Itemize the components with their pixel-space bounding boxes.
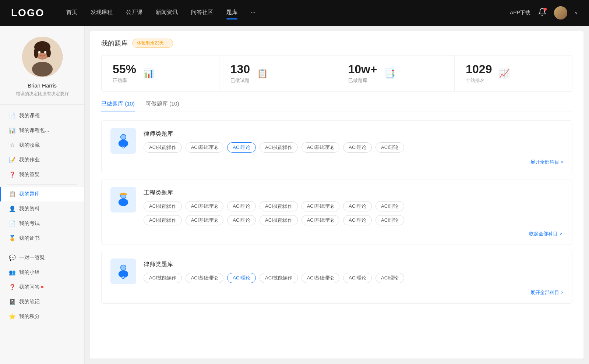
sidebar-menu: 📄 我的课程 📊 我的课程包... ☆ 我的收藏 📝 我的作业 ❓ 我的答疑 📋… xyxy=(0,105,84,328)
profile-motto: 错误的决定比没有决定要好 xyxy=(16,91,69,97)
notification-bell[interactable] xyxy=(538,8,547,18)
nav-link-公开课[interactable]: 公开课 xyxy=(126,9,142,17)
tag[interactable]: ACI理论 xyxy=(343,142,372,153)
bank-title: 律师类题库 xyxy=(144,261,563,268)
tag[interactable]: ACI技能操作 xyxy=(260,273,298,283)
sidebar-item-label: 我的考试 xyxy=(19,220,40,227)
user-avatar[interactable] xyxy=(554,6,567,19)
expand-button[interactable]: 展开全部科目 > xyxy=(110,159,563,165)
bank-info: 律师类题库 ACI技能操作ACI基础理论ACI理论ACI技能操作ACI基础理论A… xyxy=(144,128,563,153)
sidebar-item-我的题库[interactable]: 📋 我的题库 xyxy=(0,187,84,201)
tag[interactable]: ACI技能操作 xyxy=(260,142,298,153)
sidebar-item-label: 我的答疑 xyxy=(19,171,40,178)
tag[interactable]: ACI技能操作 xyxy=(144,273,182,283)
engineer-icon-svg xyxy=(115,192,131,208)
tag[interactable]: ACI基础理论 xyxy=(301,273,340,283)
tag[interactable]: ACI理论 xyxy=(343,215,372,225)
stat-icon: 📈 xyxy=(497,66,512,81)
sidebar-item-我的问答[interactable]: ❓ 我的问答 xyxy=(0,280,84,295)
bank-card-header: 律师类题库 ACI技能操作ACI基础理论ACI理论ACI技能操作ACI基础理论A… xyxy=(110,258,563,284)
svg-rect-16 xyxy=(121,193,126,194)
stats-row: 55% 正确率 📊 130 已做试题 📋 10w+ 已做题库 📑 1029 全站… xyxy=(101,55,572,92)
sidebar-item-一对一答疑[interactable]: 💬 一对一答疑 xyxy=(0,250,84,265)
tag[interactable]: ACI理论 xyxy=(375,215,404,225)
sidebar-icon: 📋 xyxy=(9,191,15,197)
svg-point-1 xyxy=(32,62,53,76)
bank-info: 工程类题库 ACI技能操作ACI基础理论ACI理论ACI技能操作ACI基础理论A… xyxy=(144,187,563,225)
sidebar-item-我的作业[interactable]: 📝 我的作业 xyxy=(0,153,84,167)
sidebar-icon: 👤 xyxy=(9,206,15,212)
bank-card-0: 律师类题库 ACI技能操作ACI基础理论ACI理论ACI技能操作ACI基础理论A… xyxy=(101,120,572,173)
stat-cell-3: 1029 全站排名 📈 xyxy=(455,56,572,91)
tab-已做题库 (10)[interactable]: 已做题库 (10) xyxy=(101,100,135,111)
tag[interactable]: ACI基础理论 xyxy=(186,201,224,211)
tag[interactable]: ACI理论 xyxy=(343,201,372,211)
stat-cell-1: 130 已做试题 📋 xyxy=(219,56,337,91)
tag[interactable]: ACI理论 xyxy=(227,215,256,225)
tag[interactable]: ACI技能操作 xyxy=(260,201,298,211)
sidebar-item-我的笔记[interactable]: 📓 我的笔记 xyxy=(0,295,84,309)
logo: LOGO xyxy=(11,7,44,19)
nav-link-···[interactable]: ··· xyxy=(251,9,255,17)
sidebar-icon: 💬 xyxy=(9,254,15,261)
sidebar-item-我的小组[interactable]: 👥 我的小组 xyxy=(0,265,84,280)
nav-link-首页[interactable]: 首页 xyxy=(66,9,77,17)
stat-icon: 📋 xyxy=(255,66,270,81)
stat-text: 10w+ 已做题库 xyxy=(348,63,377,84)
tag[interactable]: ACI技能操作 xyxy=(144,142,182,153)
unread-dot xyxy=(41,286,43,288)
stat-label: 正确率 xyxy=(113,77,136,84)
tag[interactable]: ACI理论 xyxy=(375,142,404,153)
tag[interactable]: ACI理论 xyxy=(375,273,404,283)
svg-point-4 xyxy=(34,48,38,58)
svg-point-5 xyxy=(46,49,51,57)
sidebar-item-我的答疑[interactable]: ❓ 我的答疑 xyxy=(0,167,84,182)
bank-card-header: 律师类题库 ACI技能操作ACI基础理论ACI理论ACI技能操作ACI基础理论A… xyxy=(110,128,563,154)
bank-card-header: 工程类题库 ACI技能操作ACI基础理论ACI理论ACI技能操作ACI基础理论A… xyxy=(110,187,563,225)
sidebar-item-我的课程包...[interactable]: 📊 我的课程包... xyxy=(0,123,84,138)
tab-可做题库 (10)[interactable]: 可做题库 (10) xyxy=(146,100,179,111)
sidebar-item-我的课程[interactable]: 📄 我的课程 xyxy=(0,108,84,123)
tag[interactable]: ACI基础理论 xyxy=(301,201,340,211)
nav-link-发现课程[interactable]: 发现课程 xyxy=(91,9,113,17)
tag[interactable]: ACI理论 xyxy=(227,142,256,153)
sidebar-item-我的资料[interactable]: 👤 我的资料 xyxy=(0,201,84,216)
bank-card-2: 律师类题库 ACI技能操作ACI基础理论ACI理论ACI技能操作ACI基础理论A… xyxy=(101,251,572,304)
tag[interactable]: ACI基础理论 xyxy=(301,215,340,225)
bank-title: 工程类题库 xyxy=(144,189,563,197)
stat-label: 全站排名 xyxy=(466,77,492,84)
nav-link-题库[interactable]: 题库 xyxy=(226,9,237,17)
lawyer-icon-svg xyxy=(115,133,131,149)
tag[interactable]: ACI基础理论 xyxy=(186,215,224,225)
sidebar-item-我的收藏[interactable]: ☆ 我的收藏 xyxy=(0,138,84,153)
sidebar-item-我的考试[interactable]: 📄 我的考试 xyxy=(0,216,84,231)
tag[interactable]: ACI理论 xyxy=(375,201,404,211)
tag[interactable]: ACI基础理论 xyxy=(186,273,224,283)
sidebar-item-label: 我的课程 xyxy=(19,113,40,119)
profile-avatar[interactable] xyxy=(22,37,63,77)
tag[interactable]: ACI基础理论 xyxy=(186,142,224,153)
expand-button[interactable]: 展开全部科目 > xyxy=(110,289,563,296)
sidebar-item-label: 我的作业 xyxy=(19,157,40,163)
tag[interactable]: ACI技能操作 xyxy=(260,215,298,225)
tag[interactable]: ACI理论 xyxy=(227,273,256,283)
bank-icon xyxy=(110,128,136,154)
tag[interactable]: ACI理论 xyxy=(343,273,372,283)
stat-text: 1029 全站排名 xyxy=(466,63,492,84)
nav-link-问答社区[interactable]: 问答社区 xyxy=(191,9,213,17)
tag[interactable]: ACI基础理论 xyxy=(301,142,340,153)
app-download-link[interactable]: APP下载 xyxy=(510,10,530,16)
nav-link-新闻资讯[interactable]: 新闻资讯 xyxy=(156,9,178,17)
tag[interactable]: ACI理论 xyxy=(227,201,256,211)
sidebar-item-我的证书[interactable]: 🏅 我的证书 xyxy=(0,231,84,246)
stat-number: 1029 xyxy=(466,63,492,76)
tags-row: ACI技能操作ACI基础理论ACI理论ACI技能操作ACI基础理论ACI理论AC… xyxy=(144,142,563,153)
sidebar-item-我的积分[interactable]: ⭐ 我的积分 xyxy=(0,309,84,324)
avatar-dropdown-chevron[interactable]: ∨ xyxy=(575,10,578,15)
tag[interactable]: ACI技能操作 xyxy=(144,201,182,211)
sidebar-item-label: 一对一答疑 xyxy=(19,254,45,261)
stat-icon: 📊 xyxy=(141,66,156,81)
collapse-button[interactable]: 收起全部科目 ∧ xyxy=(110,231,563,237)
bank-card-1: 工程类题库 ACI技能操作ACI基础理论ACI理论ACI技能操作ACI基础理论A… xyxy=(101,179,572,245)
tag[interactable]: ACI技能操作 xyxy=(144,215,182,225)
